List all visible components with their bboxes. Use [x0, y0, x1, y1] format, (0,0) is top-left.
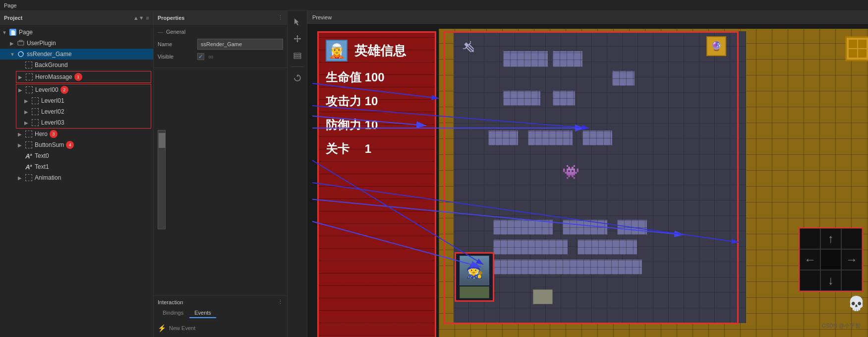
- brick-3: [612, 71, 635, 86]
- csdn-watermark: CSDN @小宇智: [822, 322, 861, 330]
- tree-arrow-anim: ▶: [18, 175, 25, 181]
- tree-item-hero[interactable]: ▶ Hero 3: [0, 129, 153, 139]
- tree-item-ssrender[interactable]: ▼ ssRender_Game: [0, 49, 153, 60]
- stairs-tile: [533, 289, 553, 304]
- dpad-left[interactable]: ←: [800, 249, 820, 270]
- brick-6: [488, 131, 518, 145]
- enemy-sprite: 👾: [563, 163, 579, 181]
- dpad-right[interactable]: →: [841, 249, 862, 270]
- brick-8: [582, 131, 612, 145]
- name-input[interactable]: [197, 39, 283, 50]
- tree-arrow-page: ▼: [2, 30, 9, 35]
- name-row: Name: [158, 39, 283, 50]
- stat-hp: 生命值 100: [326, 69, 428, 85]
- badge-4: 4: [66, 141, 74, 149]
- interaction-header: Interaction ⋮: [158, 299, 283, 305]
- tree-label-hero: Hero: [35, 131, 48, 137]
- chest-icon: [845, 36, 868, 61]
- brick-9: [493, 220, 553, 235]
- interaction-title: Interaction: [158, 299, 183, 305]
- badge-1: 1: [74, 73, 82, 81]
- project-panel-title: Project: [4, 15, 22, 21]
- top-bar-title: Page: [4, 2, 17, 8]
- dpad-empty-tl: [800, 228, 820, 249]
- preview-header: Preview: [307, 11, 868, 24]
- tree-item-buttonsum[interactable]: ▶ ButtonSum 4: [0, 139, 153, 150]
- properties-menu-icon[interactable]: ⋮: [278, 14, 283, 21]
- portrait-panel: 🧙: [455, 252, 494, 302]
- new-event-icon: ⚡: [158, 324, 166, 332]
- divider-tool: [291, 67, 303, 67]
- visible-dots[interactable]: ∞: [208, 53, 213, 61]
- tree-item-userplugin[interactable]: ▶ UserPlugin: [0, 38, 153, 49]
- menu-icon[interactable]: ≡: [146, 15, 149, 21]
- tree-item-leverl03[interactable]: ▶ LeverI03: [16, 117, 151, 128]
- preview-canvas: 🗡 🔮 👾 🧙: [307, 24, 868, 337]
- stat-atk: 攻击力 10: [326, 93, 428, 109]
- project-tree: ▼ 📄 Page ▶ UserPlugin ▼: [0, 25, 153, 337]
- brick-10: [563, 220, 607, 235]
- sword-icon: 🗡: [457, 36, 481, 60]
- properties-panel: Properties ⋮ General Name Visible ✓ ∞: [154, 11, 288, 337]
- tree-arrow-lev0: ▶: [18, 87, 25, 93]
- tree-label-ssrender: ssRender_Game: [27, 51, 72, 58]
- new-event-row[interactable]: ⚡ New Event: [158, 322, 283, 334]
- interaction-panel: Interaction ⋮ Bindings Events ⚡ New Even…: [154, 295, 287, 337]
- stat-def: 防御力 10: [326, 117, 428, 133]
- tree-label-userplugin: UserPlugin: [27, 40, 56, 47]
- hero-sprite: 🧝: [326, 40, 347, 62]
- dpad-empty-tr: [841, 228, 862, 249]
- tree-label-text0: Text0: [35, 152, 49, 159]
- layers-tool[interactable]: [290, 49, 304, 63]
- sort-icon[interactable]: ▲▼: [133, 15, 144, 21]
- visible-checkbox[interactable]: ✓: [197, 53, 204, 60]
- refresh-tool[interactable]: [290, 71, 304, 85]
- move-tool[interactable]: [290, 32, 304, 46]
- cursor-tool[interactable]: [290, 15, 304, 29]
- tree-arrow-lev3: ▶: [24, 120, 31, 126]
- hero-icon: [25, 130, 33, 138]
- render-icon: [17, 50, 25, 58]
- tree-label-leverl01: LeverI01: [41, 97, 64, 104]
- tree-item-heromassage[interactable]: ▶ HeroMassage 1: [16, 71, 151, 82]
- properties-title: Properties: [158, 15, 184, 21]
- hero-portrait: 🧙: [460, 256, 489, 285]
- tree-arrow-btn: ▶: [18, 142, 25, 148]
- brick-1: [503, 51, 548, 67]
- animation-icon: [25, 174, 33, 182]
- brick-2: [553, 51, 582, 67]
- tree-item-leverl00[interactable]: ▶ LeverI00 2: [16, 84, 151, 95]
- tree-item-animation[interactable]: ▶ Animation: [0, 172, 153, 183]
- tree-label-buttonsum: ButtonSum: [35, 141, 64, 148]
- dpad-up[interactable]: ↑: [820, 228, 841, 249]
- tree-item-text1[interactable]: ▶ Aa Text1: [0, 161, 153, 172]
- tree-item-leverl01[interactable]: ▶ LeverI01: [16, 95, 151, 106]
- vertical-toolbar: [288, 11, 307, 337]
- tree-item-background[interactable]: ▶ BackGround: [0, 60, 153, 70]
- tree-arrow-userplugin: ▶: [10, 41, 17, 46]
- tree-item-page[interactable]: ▼ 📄 Page: [0, 27, 153, 38]
- hero-title-row: 🧝 英雄信息: [326, 40, 428, 62]
- scroll-panel[interactable]: [158, 130, 166, 229]
- left-panel: Project ▲▼ ≡ ▼ 📄 Page ▶: [0, 11, 154, 337]
- tree-label-leverl00: LeverI00: [35, 86, 58, 93]
- bg-node-icon: [25, 61, 33, 69]
- visible-label: Visible: [158, 54, 197, 60]
- plugin-icon: [17, 39, 25, 47]
- tree-item-leverl02[interactable]: ▶ LeverI02: [16, 106, 151, 117]
- brick-14: [493, 260, 642, 274]
- visible-row: Visible ✓ ∞: [158, 53, 283, 61]
- svg-rect-7: [294, 57, 301, 59]
- tab-bindings[interactable]: Bindings: [158, 308, 188, 318]
- brick-13: [578, 240, 637, 255]
- scroll-thumb: [159, 133, 166, 148]
- tree-item-text0[interactable]: ▶ Aa Text0: [0, 150, 153, 161]
- tab-events[interactable]: Events: [189, 308, 216, 318]
- brick-11: [617, 220, 647, 235]
- svg-rect-5: [294, 53, 301, 55]
- svg-rect-6: [294, 55, 301, 57]
- dpad-panel[interactable]: ↑ ← → ↓: [799, 227, 863, 292]
- dpad-down[interactable]: ↓: [820, 270, 841, 291]
- interaction-menu-icon[interactable]: ⋮: [278, 299, 283, 305]
- leverl03-icon: [31, 119, 39, 127]
